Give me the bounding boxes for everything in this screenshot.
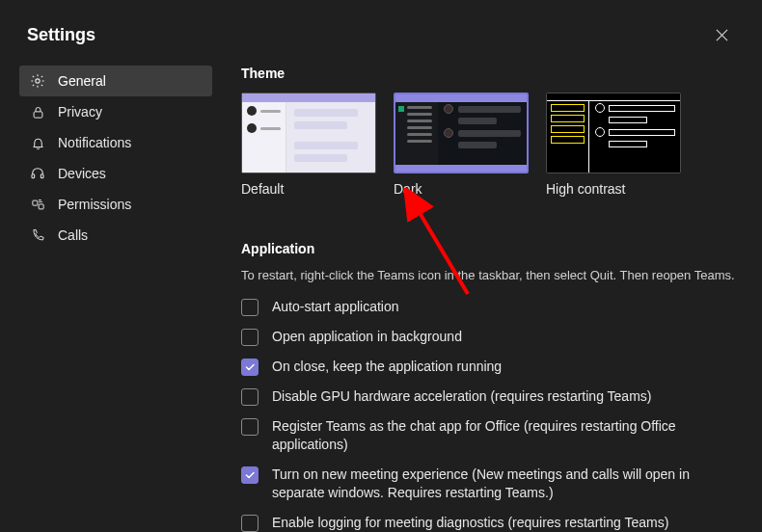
checkbox[interactable] <box>241 299 259 316</box>
checkbox[interactable] <box>241 515 259 532</box>
svg-point-0 <box>36 79 40 83</box>
sidebar-item-calls[interactable]: Calls <box>19 220 212 251</box>
sidebar-item-general[interactable]: General <box>19 66 212 96</box>
app-option-row[interactable]: Enable logging for meeting diagnostics (… <box>241 514 745 532</box>
permissions-icon <box>29 196 46 213</box>
checkbox[interactable] <box>241 418 259 436</box>
settings-sidebar: General Privacy Notifications Devices Pe… <box>19 66 212 532</box>
lock-icon <box>29 103 46 120</box>
gear-icon <box>29 72 46 90</box>
app-option-row[interactable]: Disable GPU hardware acceleration (requi… <box>241 387 745 406</box>
sidebar-item-privacy[interactable]: Privacy <box>19 96 212 127</box>
theme-option-high-contrast[interactable]: High contrast <box>546 93 681 197</box>
app-option-row[interactable]: Open application in background <box>241 328 745 346</box>
theme-label: Dark <box>394 181 529 197</box>
svg-rect-3 <box>41 174 43 178</box>
checkbox-label: Open application in background <box>272 328 462 346</box>
sidebar-item-label: Notifications <box>58 135 131 150</box>
svg-rect-2 <box>32 174 35 178</box>
checkbox[interactable] <box>241 466 259 484</box>
sidebar-item-label: Privacy <box>58 104 102 120</box>
page-title: Settings <box>27 25 95 45</box>
checkbox-label: On close, keep the application running <box>272 358 502 376</box>
sidebar-item-label: Permissions <box>58 197 131 212</box>
theme-preview-dark <box>394 93 529 173</box>
checkbox-label: Enable logging for meeting diagnostics (… <box>272 514 668 532</box>
checkbox[interactable] <box>241 388 259 406</box>
app-option-row[interactable]: Turn on new meeting experience (New meet… <box>241 466 745 502</box>
checkbox-label: Turn on new meeting experience (New meet… <box>272 466 725 502</box>
theme-option-dark[interactable]: Dark <box>394 93 529 197</box>
checkbox-label: Register Teams as the chat app for Offic… <box>272 417 725 454</box>
theme-label: High contrast <box>546 181 681 197</box>
svg-rect-1 <box>34 111 42 117</box>
svg-rect-4 <box>32 200 37 205</box>
sidebar-item-notifications[interactable]: Notifications <box>19 127 212 158</box>
checkbox[interactable] <box>241 329 259 346</box>
checkbox[interactable] <box>241 359 259 376</box>
close-icon <box>716 29 728 41</box>
theme-option-default[interactable]: Default <box>241 93 376 197</box>
svg-rect-5 <box>39 203 43 208</box>
app-option-row[interactable]: Auto-start application <box>241 298 745 316</box>
headset-icon <box>29 165 46 182</box>
sidebar-item-label: Calls <box>58 227 88 243</box>
checkbox-label: Auto-start application <box>272 298 399 316</box>
app-option-row[interactable]: Register Teams as the chat app for Offic… <box>241 417 745 454</box>
sidebar-item-label: Devices <box>58 166 106 181</box>
theme-label: Default <box>241 181 376 197</box>
application-section-title: Application <box>241 241 745 256</box>
theme-section-title: Theme <box>241 66 745 81</box>
app-option-row[interactable]: On close, keep the application running <box>241 358 745 376</box>
close-button[interactable] <box>708 21 735 48</box>
theme-options: Default Dark <box>241 93 745 197</box>
checkbox-label: Disable GPU hardware acceleration (requi… <box>272 387 651 406</box>
calls-icon <box>29 226 46 244</box>
sidebar-item-devices[interactable]: Devices <box>19 158 212 189</box>
theme-preview-default <box>241 93 376 173</box>
application-note: To restart, right-click the Teams icon i… <box>241 268 745 282</box>
bell-icon <box>29 134 46 151</box>
theme-preview-high-contrast <box>546 93 681 173</box>
sidebar-item-permissions[interactable]: Permissions <box>19 189 212 220</box>
sidebar-item-label: General <box>58 73 106 89</box>
